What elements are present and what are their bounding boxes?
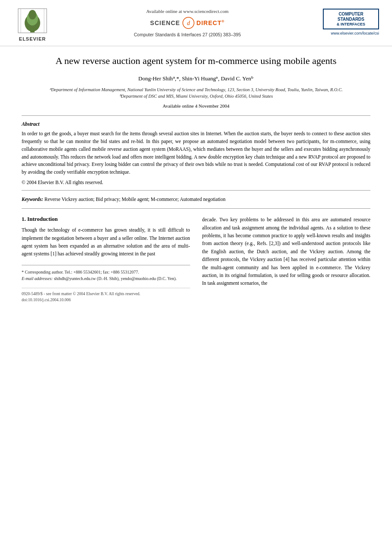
- journal-url: www.elsevier.com/locate/csi: [331, 31, 379, 35]
- section1-heading: 1. Introduction: [22, 216, 190, 223]
- affiliations: ᵃDepartment of Information Management, N…: [22, 86, 370, 100]
- footnote-email2: yendo@muohio.edu (D.C. Yen).: [121, 276, 176, 281]
- journal-logo-box: COMPUTER STANDARDS & INTERFACES: [323, 9, 379, 29]
- journal-citation: Computer Standards & Interfaces 27 (2005…: [56, 32, 319, 37]
- available-online-text: Available online at www.sciencedirect.co…: [56, 9, 319, 14]
- journal-logo-title: COMPUTER STANDARDS: [327, 12, 375, 22]
- authors: Dong-Her Shihᵃ,*, Shin-Yi Huangᵃ, David …: [22, 75, 370, 82]
- intro-text: Though the technology of e-commerce has …: [22, 227, 190, 256]
- svg-text:d: d: [187, 20, 190, 26]
- right-column: decade. Two key problems to be addressed…: [202, 216, 371, 303]
- footnote-email1: shihdh@yuntech.edu.tw (D.-H. Shih),: [54, 276, 120, 281]
- divider-keywords: [22, 190, 370, 191]
- body-columns: 1. Introduction Though the technology of…: [22, 216, 370, 303]
- direct-text: DIRECT®: [197, 19, 225, 26]
- footnote-area: * Corresponding author. Tel.: +886 55342…: [22, 265, 190, 282]
- footer-doi: doi:10.1016/j.csi.2004.10.006: [22, 297, 140, 303]
- footnote-email-label: E-mail addresses:: [22, 276, 53, 281]
- elsevier-logo: ELSEVIER: [13, 8, 52, 41]
- keywords-label: Keywords:: [22, 197, 43, 202]
- page-footer: 0920-5489/$ - see front matter © 2004 El…: [22, 288, 190, 303]
- svg-point-3: [29, 10, 36, 19]
- available-date: Available online 4 November 2004: [22, 103, 370, 108]
- article-title: A new reverse auction agent system for m…: [22, 55, 370, 67]
- keywords-values: Reverse Vickrey auction; Bid privacy; Mo…: [45, 197, 226, 202]
- footer-left: 0920-5489/$ - see front matter © 2004 El…: [22, 291, 140, 303]
- article-content: A new reverse auction agent system for m…: [0, 46, 392, 312]
- journal-logo: COMPUTER STANDARDS & INTERFACES www.else…: [323, 8, 379, 35]
- author-names: Dong-Her Shihᵃ,*, Shin-Yi Huangᵃ, David …: [138, 75, 254, 82]
- journal-logo-subtitle: & INTERFACES: [327, 22, 375, 26]
- divider-top: [22, 115, 370, 116]
- keywords-line: Keywords: Reverse Vickrey auction; Bid p…: [22, 196, 370, 203]
- footnote-corresponding: * Corresponding author. Tel.: +886 55342…: [22, 269, 190, 275]
- journal-header: ELSEVIER Available online at www.science…: [0, 0, 392, 46]
- copyright: © 2004 Elsevier B.V. All rights reserved…: [22, 180, 370, 185]
- elsevier-logo-icon: [17, 8, 48, 34]
- divider-body: [22, 208, 370, 209]
- footer-copyright: 0920-5489/$ - see front matter © 2004 El…: [22, 291, 140, 297]
- right-col-text: decade. Two key problems to be addressed…: [202, 216, 371, 287]
- abstract-label: Abstract: [22, 121, 370, 127]
- page: ELSEVIER Available online at www.science…: [0, 0, 392, 535]
- footnote-email: E-mail addresses: shihdh@yuntech.edu.tw …: [22, 275, 190, 282]
- intro-paragraph: Though the technology of e-commerce has …: [22, 226, 190, 258]
- abstract-text: In order to get the goods, a buyer must …: [22, 130, 370, 176]
- left-column: 1. Introduction Though the technology of…: [22, 216, 190, 303]
- elsevier-text: ELSEVIER: [13, 36, 52, 41]
- sciencedirect-icon: d: [182, 16, 195, 29]
- header-center: Available online at www.sciencedirect.co…: [56, 8, 319, 37]
- affiliation-b: ᵇDepartment of DSC and MIS, Miami Univer…: [22, 93, 370, 100]
- sciencedirect-logo: SCIENCE d DIRECT®: [56, 16, 319, 29]
- science-text: SCIENCE: [150, 19, 180, 26]
- affiliation-a: ᵃDepartment of Information Management, N…: [22, 86, 370, 93]
